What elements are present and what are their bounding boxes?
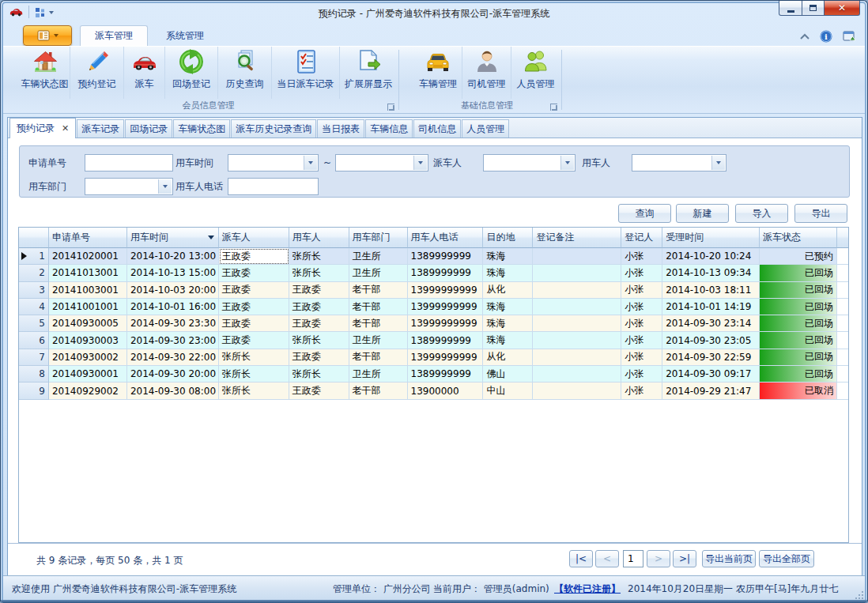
grid-header-7[interactable]: 登记备注 [533,228,621,248]
next-page-button[interactable]: > [647,550,670,567]
grid-cell[interactable]: 中山 [483,383,533,399]
grid-cell[interactable]: 王政委 [289,349,349,366]
info-icon[interactable]: i [820,30,832,43]
first-page-button[interactable]: |< [569,550,593,567]
status-cell[interactable]: 已回场 [760,366,837,383]
page-number-input[interactable] [623,550,643,567]
filter-dropdown-icon[interactable] [208,236,214,239]
grid-cell[interactable]: 张所长 [289,248,349,265]
status-cell[interactable]: 已回场 [760,282,837,299]
grid-header-9[interactable]: 受理时间 [662,228,760,248]
grid-row-1[interactable]: 1201410200012014-10-20 13:00王政委张所长卫生所138… [19,248,848,265]
grid-cell[interactable]: 小张 [621,383,662,399]
grid-cell[interactable]: 小张 [621,366,662,383]
import-button[interactable]: 导入 [735,204,788,223]
grid-cell[interactable]: 2014-10-03 18:11 [662,282,760,299]
ribbon-button[interactable]: 司机管理 [462,47,511,99]
ribbon-button[interactable]: 人员管理 [511,47,560,99]
grid-cell[interactable]: 13999999999 [408,315,484,332]
prev-page-button[interactable]: < [595,550,619,567]
grid-cell[interactable]: 2014-09-30 23:14 [662,315,760,332]
ribbon-tab-system[interactable]: 系统管理 [152,25,218,46]
close-tab-icon[interactable]: ✕ [62,123,69,134]
doc-tab-0[interactable]: 预约记录✕ [9,118,76,138]
dispatcher-combo[interactable] [483,154,576,171]
status-cell[interactable]: 已回场 [760,332,837,349]
doc-tab-4[interactable]: 派车历史记录查询 [231,119,316,138]
grid-header-4[interactable]: 用车部门 [349,228,408,248]
grid-cell[interactable]: 从化 [483,349,533,366]
grid-cell[interactable] [533,349,621,366]
department-combo[interactable] [85,178,173,195]
grid-cell[interactable]: 2014-09-30 08:00 [127,383,219,399]
grid-header-8[interactable]: 登记人 [621,228,662,248]
grid-row-5[interactable]: 5201409300052014-09-30 23:30王政委王政委老干部139… [19,315,848,332]
grid-cell[interactable]: 2014-09-29 21:47 [662,383,760,399]
grid-cell[interactable] [533,282,621,299]
statusbar-license-link[interactable]: 【软件已注册】 [554,582,621,596]
status-cell[interactable]: 已预约 [760,248,837,265]
collapse-ribbon-icon[interactable] [800,33,810,40]
export-current-page-button[interactable]: 导出当前页 [702,550,756,567]
export-button[interactable]: 导出 [794,204,847,223]
ribbon-button[interactable]: 历史查询 [217,47,271,99]
export-all-pages-button[interactable]: 导出全部页 [759,550,814,567]
grid-cell[interactable]: 老干部 [349,349,408,366]
grid-cell[interactable]: 小张 [621,332,662,349]
grid-cell[interactable]: 20140929002 [49,383,127,399]
grid-cell[interactable]: 从化 [483,282,533,299]
grid-cell[interactable]: 1389999999 [408,332,484,349]
grid-cell[interactable]: 2014-10-01 16:00 [127,299,219,315]
grid-cell[interactable]: 张所长 [289,366,349,383]
grid-cell[interactable]: 张所长 [219,383,289,399]
grid-cell[interactable]: 20141013001 [49,265,127,281]
grid-cell[interactable]: 王政委 [219,265,289,281]
grid-cell[interactable]: 1389999999 [408,366,484,383]
grid-cell[interactable]: 珠海 [483,332,533,349]
doc-tab-2[interactable]: 回场记录 [125,119,172,138]
doc-tab-7[interactable]: 司机信息 [413,119,461,138]
grid-cell[interactable]: 王政委 [289,282,349,299]
grid-cell[interactable]: 老干部 [349,383,408,399]
grid-header-2[interactable]: 派车人 [219,228,289,248]
grid-row-4[interactable]: 4201410010012014-10-01 16:00王政委王政委老干部139… [19,299,848,315]
status-cell[interactable]: 已取消 [760,383,837,399]
last-page-button[interactable]: >| [673,550,696,567]
grid-row-2[interactable]: 2201410130012014-10-13 15:00王政委张所长卫生所138… [19,265,848,281]
grid-row-9[interactable]: 9201409290022014-09-30 08:00张所长王政委老干部139… [19,383,848,399]
grid-cell[interactable]: 20140930002 [49,349,127,366]
grid-cell[interactable]: 珠海 [483,315,533,332]
status-cell[interactable]: 已回场 [760,265,837,281]
grid-header-10[interactable]: 派车状态 [760,228,837,248]
grid-cell[interactable]: 2014-09-30 20:00 [127,366,219,383]
grid-cell[interactable]: 2014-09-30 23:30 [127,315,219,332]
grid-header-6[interactable]: 目的地 [483,228,533,248]
grid-cell[interactable]: 小张 [621,349,662,366]
grid-row-6[interactable]: 6201409300032014-09-30 23:00王政委张所长卫生所138… [19,332,848,349]
switch-window-icon[interactable] [843,30,857,43]
query-button[interactable]: 查询 [618,204,671,223]
grid-cell[interactable]: 张所长 [219,349,289,366]
status-cell[interactable]: 已回场 [760,349,837,366]
grid-cell[interactable]: 小张 [621,315,662,332]
grid-cell[interactable]: 珠海 [483,299,533,315]
grid-cell[interactable]: 20140930005 [49,315,127,332]
grid-cell[interactable] [533,299,621,315]
doc-tab-6[interactable]: 车辆信息 [365,119,413,138]
close-button[interactable]: ✕ [825,1,860,16]
use-time-to-combo[interactable] [335,154,428,171]
grid-cell[interactable]: 张所长 [219,366,289,383]
grid-cell[interactable]: 王政委 [289,315,349,332]
request-no-input[interactable] [85,154,173,171]
grid-cell[interactable]: 2014-10-20 13:00 [127,248,219,265]
grid-header-1[interactable]: 用车时间 [127,228,219,248]
status-cell[interactable]: 已回场 [760,299,837,315]
maximize-button[interactable] [802,1,825,16]
grid-row-7[interactable]: 7201409300022014-09-30 22:00张所长王政委老干部139… [19,349,848,366]
ribbon-button[interactable]: 派车 [123,47,164,99]
grid-cell[interactable] [533,315,621,332]
grid-cell[interactable] [533,366,621,383]
grid-cell[interactable] [533,332,621,349]
grid-cell[interactable] [533,248,621,265]
grid-cell[interactable]: 小张 [621,282,662,299]
